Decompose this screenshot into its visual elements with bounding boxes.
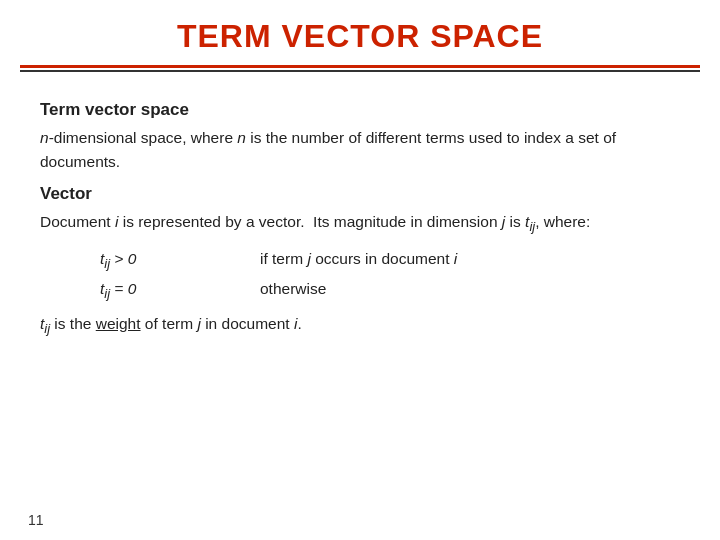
- condition-row-1: tij > 0 if term j occurs in document i: [100, 247, 680, 275]
- section1-body: n-dimensional space, where n is the numb…: [40, 126, 680, 174]
- condition-right-2: otherwise: [260, 277, 326, 302]
- section1-heading: Term vector space: [40, 100, 680, 120]
- section2-heading: Vector: [40, 184, 680, 204]
- weight-word: weight: [96, 315, 141, 332]
- condition-row-2: tij = 0 otherwise: [100, 277, 680, 305]
- weight-line: tij is the weight of term j in document …: [40, 315, 680, 336]
- title-bar: TERM VECTOR SPACE: [0, 0, 720, 65]
- divider-top: [20, 65, 700, 68]
- condition-left-1: tij > 0: [100, 247, 260, 275]
- slide: TERM VECTOR SPACE Term vector space n-di…: [0, 0, 720, 540]
- content-area: Term vector space n-dimensional space, w…: [0, 72, 720, 346]
- section2-intro: Document i is represented by a vector. I…: [40, 210, 680, 237]
- condition-left-2: tij = 0: [100, 277, 260, 305]
- page-number: 11: [28, 512, 44, 528]
- condition-right-1: if term j occurs in document i: [260, 247, 457, 272]
- slide-title: TERM VECTOR SPACE: [30, 18, 690, 55]
- conditions-block: tij > 0 if term j occurs in document i t…: [100, 247, 680, 305]
